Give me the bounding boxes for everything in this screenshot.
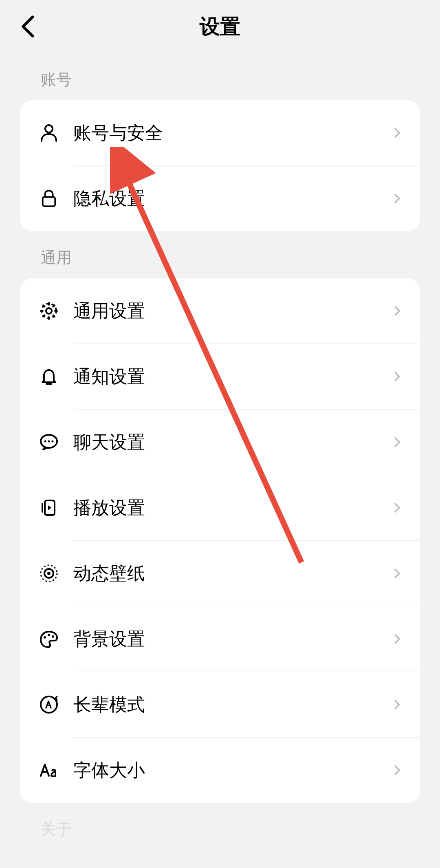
list-item-font-size[interactable]: 字体大小: [20, 738, 420, 803]
list-item-chat[interactable]: 聊天设置: [20, 410, 420, 475]
list-item-general[interactable]: 通用设置: [20, 278, 420, 344]
chevron-right-icon: [391, 633, 403, 645]
svg-point-12: [44, 636, 46, 639]
elder-icon: [37, 692, 61, 717]
list-item-label: 播放设置: [73, 496, 391, 520]
section-header-account: 账号: [0, 53, 440, 100]
chevron-right-icon: [391, 502, 403, 514]
list-item-label: 通知设置: [73, 365, 391, 389]
list-item-label: 长辈模式: [73, 693, 391, 717]
list-item-label: 字体大小: [73, 758, 391, 782]
list-item-background[interactable]: 背景设置: [20, 606, 420, 672]
chevron-right-icon: [391, 305, 403, 317]
header: 设置: [0, 0, 440, 53]
section-header-general: 通用: [0, 231, 440, 278]
chevron-right-icon: [391, 192, 403, 205]
back-button[interactable]: [16, 14, 41, 39]
person-icon: [37, 121, 61, 145]
list-item-account-security[interactable]: 账号与安全: [20, 100, 420, 165]
chevron-right-icon: [391, 370, 403, 383]
svg-point-11: [47, 572, 51, 575]
chevron-right-icon: [391, 567, 403, 579]
list-item-label: 账号与安全: [73, 121, 391, 145]
list-item-label: 聊天设置: [73, 430, 391, 454]
svg-rect-1: [43, 197, 55, 206]
playback-icon: [37, 496, 61, 520]
section-header-about: 关于: [0, 803, 440, 850]
list-item-privacy[interactable]: 隐私设置: [20, 166, 420, 231]
gear-icon: [37, 299, 61, 323]
page-title: 设置: [0, 13, 440, 40]
live-wallpaper-icon: [37, 561, 61, 586]
list-item-live-wallpaper[interactable]: 动态壁纸: [20, 541, 420, 606]
svg-point-13: [48, 634, 50, 636]
section-card-account: 账号与安全 隐私设置: [20, 100, 420, 231]
chevron-right-icon: [391, 698, 403, 711]
font-icon: [37, 758, 61, 782]
svg-point-2: [46, 308, 52, 314]
list-item-notification[interactable]: 通知设置: [20, 344, 420, 409]
list-item-playback[interactable]: 播放设置: [20, 475, 420, 540]
svg-point-14: [52, 635, 54, 638]
svg-point-6: [48, 441, 50, 443]
palette-icon: [37, 627, 61, 651]
bell-icon: [37, 364, 61, 389]
chevron-right-icon: [391, 764, 403, 776]
chat-icon: [37, 430, 61, 454]
svg-point-5: [44, 441, 46, 443]
list-item-label: 背景设置: [73, 627, 391, 651]
section-card-general: 通用设置 通知设置 聊天设置: [20, 278, 420, 803]
svg-point-7: [52, 441, 54, 443]
svg-point-0: [45, 125, 53, 132]
list-item-label: 动态壁纸: [73, 562, 391, 586]
chevron-right-icon: [391, 436, 403, 448]
chevron-right-icon: [391, 127, 403, 139]
chevron-left-icon: [20, 15, 37, 37]
list-item-label: 通用设置: [73, 299, 391, 323]
list-item-elder-mode[interactable]: 长辈模式: [20, 672, 420, 737]
lock-icon: [37, 186, 61, 211]
list-item-label: 隐私设置: [73, 187, 391, 211]
